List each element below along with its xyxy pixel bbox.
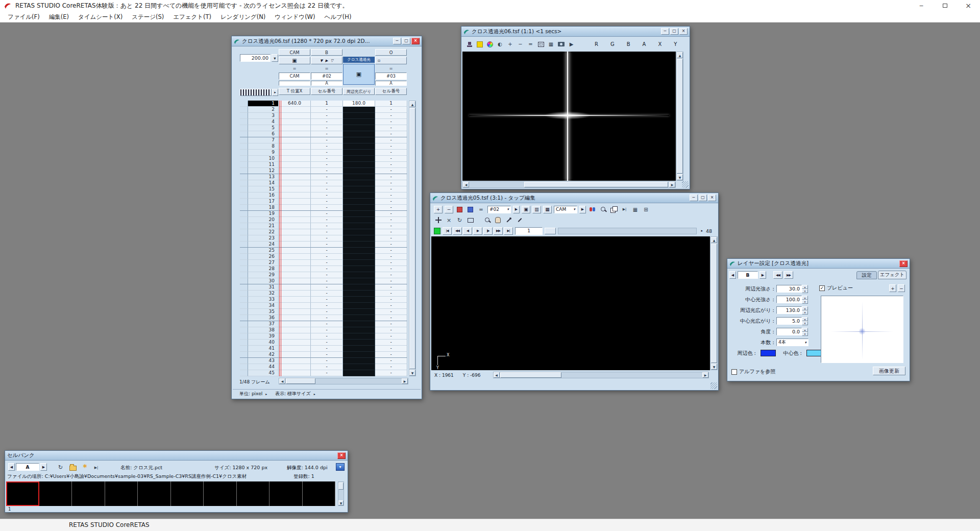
collapse-icon[interactable]: ▼ (320, 59, 323, 63)
field-spinner[interactable]: ▴▾ (802, 296, 808, 303)
frame-number[interactable]: 9 (248, 150, 279, 156)
cell-fx[interactable] (343, 186, 375, 192)
cell-bank-title-bar[interactable]: セルバンク × (5, 451, 348, 461)
frame-number[interactable]: 33 (248, 297, 279, 303)
frame-number[interactable]: 1 (248, 101, 279, 107)
cell-pos-x[interactable] (279, 352, 311, 358)
timesheet-vscrollbar[interactable]: ▲ ▼ (409, 101, 416, 376)
bank-cell-9[interactable] (270, 481, 303, 506)
cell-fx[interactable] (343, 137, 375, 143)
contrast-icon[interactable]: ◐ (496, 40, 504, 49)
cell-fx[interactable] (343, 321, 375, 327)
cell-cel-o[interactable]: - (375, 321, 407, 327)
view-selector[interactable]: 表示: 標準サイズ (275, 391, 311, 397)
cell-cel-o[interactable]: - (375, 278, 407, 284)
cell-cel-b[interactable]: - (311, 340, 343, 346)
frame-number[interactable]: 28 (248, 266, 279, 272)
cell-fx[interactable] (343, 223, 375, 229)
menu-item-4[interactable]: ステージ(S) (127, 11, 168, 22)
add-button[interactable]: + (434, 206, 443, 213)
cell-fx[interactable] (343, 235, 375, 242)
cell-cel-o[interactable]: - (375, 235, 407, 242)
tap-canvas[interactable]: X Y (431, 236, 710, 370)
alpha-checkbox[interactable] (731, 369, 737, 375)
cell-cel-b[interactable]: - (311, 217, 343, 223)
cell-cel-b[interactable]: - (311, 119, 343, 125)
cell-cel-o[interactable]: - (375, 223, 407, 229)
cell-fx[interactable] (343, 364, 375, 370)
cell-pos-x[interactable] (279, 303, 311, 309)
fx-param-button[interactable]: 周辺光広がり (343, 88, 375, 95)
cell-pos-x[interactable] (279, 235, 311, 242)
cell-cel-o[interactable]: - (375, 303, 407, 309)
cell-cel-b[interactable]: - (311, 327, 343, 333)
layer-list-icon[interactable]: ▥ (532, 206, 541, 213)
frame-number[interactable]: 13 (248, 174, 279, 180)
cell-cel-b[interactable]: - (311, 131, 343, 137)
cell-cel-o[interactable]: - (375, 180, 407, 186)
cell-fx[interactable] (343, 278, 375, 284)
hand-tool-icon[interactable] (494, 216, 502, 225)
grid-icon[interactable]: ▦ (547, 40, 555, 49)
cell-cel-b[interactable]: - (311, 174, 343, 180)
unit-selector[interactable]: 単位: pixel (239, 391, 262, 397)
bank-cell-8[interactable] (237, 481, 270, 506)
scroll-left-icon[interactable]: ◀ (494, 372, 500, 378)
cell-pos-x[interactable] (279, 211, 311, 217)
transport-button-4[interactable]: ▶ (473, 227, 482, 235)
cell-cel-b[interactable]: - (311, 297, 343, 303)
frame-number[interactable]: 42 (248, 352, 279, 358)
camera-icon[interactable] (557, 40, 566, 49)
cell-pos-x[interactable] (279, 156, 311, 162)
fx-layer-label[interactable]: クロス透過光 (343, 57, 375, 63)
cell-pos-x[interactable] (279, 131, 311, 137)
unit-menu-arrow-icon[interactable]: ▸ (265, 392, 267, 396)
cell-fx[interactable] (343, 340, 375, 346)
bank-cell-6[interactable] (171, 481, 204, 506)
cell-cel-b[interactable]: - (311, 192, 343, 199)
cell-pos-x[interactable] (279, 217, 311, 223)
app-maximize-button[interactable] (933, 0, 957, 11)
cam-column-header[interactable]: CAM (279, 49, 310, 56)
frame-number[interactable]: 8 (248, 143, 279, 150)
preview-toggle[interactable]: ✓ プレビュー (819, 284, 853, 292)
frame-number[interactable]: 16 (248, 192, 279, 199)
cell-pos-x[interactable] (279, 168, 311, 174)
resize-grip[interactable] (682, 181, 689, 188)
bank-cell-3[interactable] (72, 481, 105, 506)
cell-fx[interactable] (343, 180, 375, 186)
frame-number[interactable]: 24 (248, 242, 279, 248)
cell-cel-o[interactable]: - (375, 217, 407, 223)
cell-cel-o[interactable]: - (375, 113, 407, 119)
timeline-track[interactable] (558, 228, 697, 234)
tap-marker-icon[interactable] (455, 205, 464, 214)
grid-icon[interactable]: ▦ (631, 205, 640, 214)
cell-fx[interactable] (343, 107, 375, 113)
scroll-thumb[interactable] (711, 244, 717, 363)
cell-pos-x[interactable] (279, 107, 311, 113)
next-bank-button[interactable]: ▶ (40, 463, 47, 471)
spinner-down-icon[interactable]: ▾ (802, 332, 808, 336)
cell-cel-o[interactable]: - (375, 150, 407, 156)
minimize-button[interactable]: ─ (661, 28, 669, 35)
menu-item-8[interactable]: ヘルプ(H) (320, 11, 356, 22)
maximize-button[interactable]: ▢ (699, 195, 707, 201)
transport-button-5[interactable]: |▶ (483, 227, 493, 235)
spinner-down-icon[interactable]: ▾ (802, 310, 808, 315)
frame-number[interactable]: 43 (248, 358, 279, 364)
scroll-thumb[interactable] (524, 182, 668, 187)
frame-number[interactable]: 14 (248, 180, 279, 186)
cam-equals[interactable]: = (279, 65, 310, 71)
cell-cel-b[interactable]: - (311, 303, 343, 309)
cell-pos-x[interactable] (279, 125, 311, 131)
cell-cel-b[interactable]: - (311, 315, 343, 321)
minimize-button[interactable]: ─ (393, 38, 401, 44)
cell-cel-o[interactable]: - (375, 272, 407, 278)
ray-count-select[interactable]: 4本▾ (776, 339, 808, 346)
cell-cel-o[interactable]: - (375, 131, 407, 137)
zoom-in-icon[interactable]: + (506, 40, 514, 49)
frame-number[interactable]: 44 (248, 364, 279, 370)
cel-select[interactable]: #02▾ (487, 206, 511, 213)
cell-cel-b[interactable]: - (311, 211, 343, 217)
cell-cel-o[interactable]: - (375, 205, 407, 211)
